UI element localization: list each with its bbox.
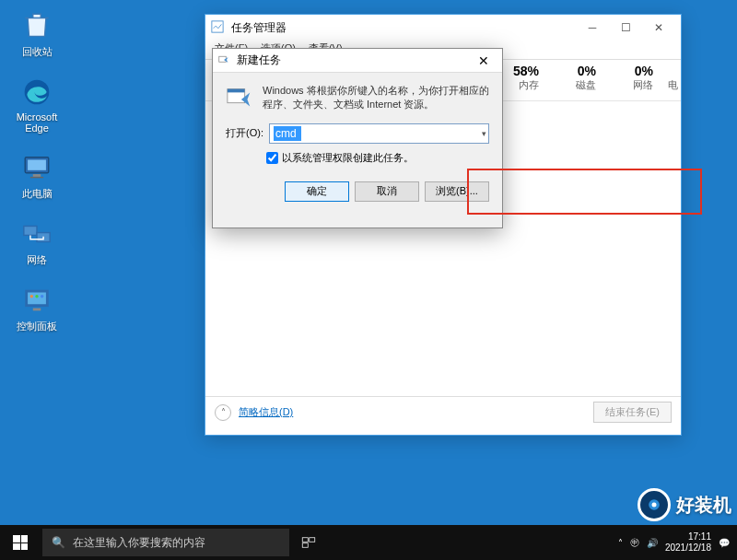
close-button[interactable]: ✕ bbox=[642, 17, 675, 39]
run-titlebar[interactable]: 新建任务 ✕ bbox=[213, 49, 502, 73]
svg-point-9 bbox=[30, 295, 33, 298]
run-title-text: 新建任务 bbox=[237, 52, 281, 68]
clock[interactable]: 17:11 2021/12/18 bbox=[665, 531, 711, 554]
taskbar: 🔍 在这里输入你要搜索的内容 ˄ ㊥ 🔊 17:11 2021/12/18 💬 bbox=[0, 525, 737, 560]
system-tray[interactable]: ˄ ㊥ 🔊 17:11 2021/12/18 💬 bbox=[618, 531, 737, 554]
tm-footer: ˄ 简略信息(D) 结束任务(E) bbox=[205, 396, 681, 427]
admin-checkbox-label: 以系统管理权限创建此任务。 bbox=[282, 151, 414, 165]
svg-rect-12 bbox=[33, 309, 41, 311]
admin-checkbox[interactable] bbox=[266, 152, 278, 164]
tray-ime-icon[interactable]: ㊥ bbox=[630, 536, 639, 549]
tray-volume-icon[interactable]: 🔊 bbox=[647, 538, 658, 548]
svg-rect-2 bbox=[28, 160, 46, 170]
desktop-icon-control-panel[interactable]: 控制面板 bbox=[9, 284, 64, 333]
watermark: 好装机 bbox=[638, 488, 731, 521]
windows-logo-icon bbox=[13, 535, 28, 550]
end-task-button[interactable]: 结束任务(E) bbox=[593, 402, 672, 423]
pc-icon bbox=[20, 151, 53, 184]
network-icon bbox=[20, 217, 53, 251]
svg-rect-19 bbox=[302, 538, 308, 542]
browse-button[interactable]: 浏览(B)... bbox=[425, 181, 489, 202]
brief-info-link[interactable]: 简略信息(D) bbox=[239, 405, 293, 419]
run-dialog: 新建任务 ✕ Windows 将根据你所键入的名称，为你打开相应的程序、文件夹、… bbox=[212, 48, 503, 228]
svg-rect-16 bbox=[228, 89, 245, 93]
run-big-icon bbox=[226, 84, 253, 111]
run-description: Windows 将根据你所键入的名称，为你打开相应的程序、文件夹、文档或 Int… bbox=[263, 84, 489, 112]
desktop-icon-edge[interactable]: Microsoft Edge bbox=[9, 76, 64, 134]
col-network[interactable]: 0%网络 bbox=[603, 60, 661, 100]
start-button[interactable] bbox=[0, 525, 41, 560]
svg-point-11 bbox=[41, 295, 43, 298]
cancel-button[interactable]: 取消 bbox=[355, 181, 419, 202]
task-view-button[interactable] bbox=[289, 525, 328, 560]
col-disk[interactable]: 0%磁盘 bbox=[546, 60, 603, 100]
svg-point-10 bbox=[35, 295, 38, 298]
svg-rect-5 bbox=[24, 227, 37, 236]
dropdown-icon[interactable]: ▾ bbox=[482, 129, 486, 138]
search-placeholder: 在这里输入你要搜索的内容 bbox=[73, 535, 205, 551]
minimize-button[interactable]: ─ bbox=[576, 17, 609, 39]
run-open-label: 打开(O): bbox=[226, 126, 263, 140]
edge-icon bbox=[20, 76, 53, 109]
search-box[interactable]: 🔍 在这里输入你要搜索的内容 bbox=[42, 529, 289, 556]
tray-chevron-icon[interactable]: ˄ bbox=[618, 538, 623, 548]
svg-point-18 bbox=[652, 503, 657, 508]
desktop-icon-this-pc[interactable]: 此电脑 bbox=[9, 151, 64, 201]
tm-titlebar[interactable]: 任务管理器 ─ ☐ ✕ bbox=[205, 15, 681, 41]
tm-app-icon bbox=[211, 20, 226, 35]
search-icon: 🔍 bbox=[52, 536, 65, 549]
svg-rect-4 bbox=[30, 177, 43, 178]
maximize-button[interactable]: ☐ bbox=[609, 17, 642, 39]
run-input-combo[interactable]: ▾ bbox=[269, 123, 489, 144]
run-input[interactable] bbox=[274, 126, 301, 141]
svg-rect-20 bbox=[310, 538, 315, 542]
svg-rect-13 bbox=[212, 21, 223, 32]
svg-rect-3 bbox=[33, 174, 41, 177]
run-icon bbox=[218, 54, 231, 67]
control-panel-icon bbox=[20, 284, 53, 317]
col-power[interactable]: 电 bbox=[661, 60, 681, 100]
notifications-icon[interactable]: 💬 bbox=[719, 538, 730, 548]
svg-rect-21 bbox=[302, 543, 308, 548]
recycle-bin-icon bbox=[20, 9, 53, 42]
desktop-icon-recycle-bin[interactable]: 回收站 bbox=[9, 9, 64, 59]
expand-toggle-icon[interactable]: ˄ bbox=[215, 404, 231, 421]
watermark-logo-icon bbox=[638, 488, 671, 521]
desktop-icon-network[interactable]: 网络 bbox=[9, 217, 64, 267]
svg-rect-8 bbox=[28, 293, 46, 305]
ok-button[interactable]: 确定 bbox=[285, 181, 349, 202]
run-close-button[interactable]: ✕ bbox=[471, 52, 497, 70]
tm-title-text: 任务管理器 bbox=[231, 20, 287, 36]
